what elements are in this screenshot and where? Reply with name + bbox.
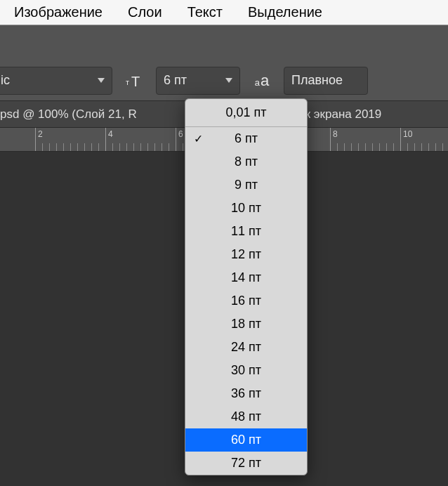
menu-item-layers[interactable]: Слои: [128, 4, 162, 20]
ruler-label: 2: [38, 129, 43, 139]
ruler-tick: [176, 128, 176, 151]
ruler-label: 6: [178, 129, 183, 139]
ruler-tick: [35, 128, 36, 151]
ruler-label: 10: [403, 129, 412, 139]
ruler-tick: [330, 128, 331, 151]
font-size-option-label: 18 пт: [185, 317, 307, 331]
font-size-menu-header[interactable]: 0,01 пт: [185, 99, 307, 127]
font-size-option[interactable]: 12 пт: [185, 243, 307, 266]
font-size-icon: тT: [122, 72, 146, 89]
font-size-option-label: 30 пт: [185, 363, 307, 378]
text-options-toolbar: ic тT 6 пт aa Плавное: [0, 60, 448, 101]
font-size-option-label: 24 пт: [185, 340, 307, 355]
font-size-option[interactable]: 30 пт: [185, 359, 307, 382]
font-size-option-label: 10 пт: [185, 201, 307, 216]
font-size-option-label: 9 пт: [185, 178, 307, 192]
document-tab-left[interactable]: psd @ 100% (Слой 21, R: [0, 107, 137, 121]
font-size-option-label: 12 пт: [185, 247, 307, 262]
font-size-menu-list: ✓6 пт8 пт9 пт10 пт11 пт12 пт14 пт16 пт18…: [185, 127, 307, 475]
svg-text:T: T: [131, 74, 140, 89]
font-size-option[interactable]: 9 пт: [185, 173, 307, 197]
font-size-option-label: 14 пт: [185, 270, 307, 285]
font-size-option-label: 8 пт: [185, 155, 307, 169]
font-size-option-label: 11 пт: [185, 224, 307, 239]
menu-item-selection[interactable]: Выделение: [248, 4, 322, 20]
antialias-icon: aa: [250, 72, 274, 90]
font-style-value: ic: [1, 73, 10, 88]
font-size-option[interactable]: 36 пт: [185, 382, 307, 405]
check-icon: ✓: [194, 132, 203, 145]
font-style-dropdown[interactable]: ic: [0, 67, 112, 95]
font-size-option[interactable]: 16 пт: [185, 289, 307, 313]
font-size-option-label: 36 пт: [185, 386, 307, 401]
antialias-dropdown[interactable]: Плавное: [284, 67, 368, 95]
ruler-label: 8: [333, 129, 338, 139]
svg-text:т: т: [126, 78, 129, 86]
ruler-label: 4: [108, 129, 113, 139]
font-size-option[interactable]: 14 пт: [185, 266, 307, 289]
font-size-option[interactable]: 72 пт: [185, 452, 307, 475]
chevron-down-icon: [225, 78, 232, 83]
font-size-option-label: 60 пт: [185, 433, 307, 447]
font-size-option[interactable]: 18 пт: [185, 313, 307, 336]
font-size-option-label: 16 пт: [185, 294, 307, 308]
ruler-tick: [400, 128, 401, 151]
font-size-option[interactable]: 10 пт: [185, 197, 307, 220]
font-size-menu: 0,01 пт ✓6 пт8 пт9 пт10 пт11 пт12 пт14 п…: [185, 98, 308, 475]
antialias-value: Плавное: [291, 73, 343, 88]
font-size-option-label: 72 пт: [185, 456, 307, 471]
font-size-option[interactable]: 8 пт: [185, 150, 307, 173]
font-size-value: 6 пт: [164, 73, 187, 88]
toolbar-gap: [0, 25, 448, 60]
font-size-option[interactable]: 24 пт: [185, 336, 307, 359]
menu-item-image[interactable]: Изображение: [14, 4, 103, 20]
font-size-option-label: 6 пт: [185, 131, 307, 146]
font-size-option-label: 48 пт: [185, 409, 307, 424]
ruler-tick: [105, 128, 106, 151]
font-size-option[interactable]: 11 пт: [185, 220, 307, 243]
menubar: Изображение Слои Текст Выделение: [0, 0, 448, 25]
font-size-option[interactable]: ✓6 пт: [185, 127, 307, 150]
font-size-option[interactable]: 60 пт: [185, 428, 307, 452]
font-size-option[interactable]: 48 пт: [185, 405, 307, 428]
font-size-dropdown[interactable]: 6 пт: [156, 67, 240, 95]
chevron-down-icon: [98, 78, 105, 83]
menu-item-text[interactable]: Текст: [187, 4, 223, 20]
